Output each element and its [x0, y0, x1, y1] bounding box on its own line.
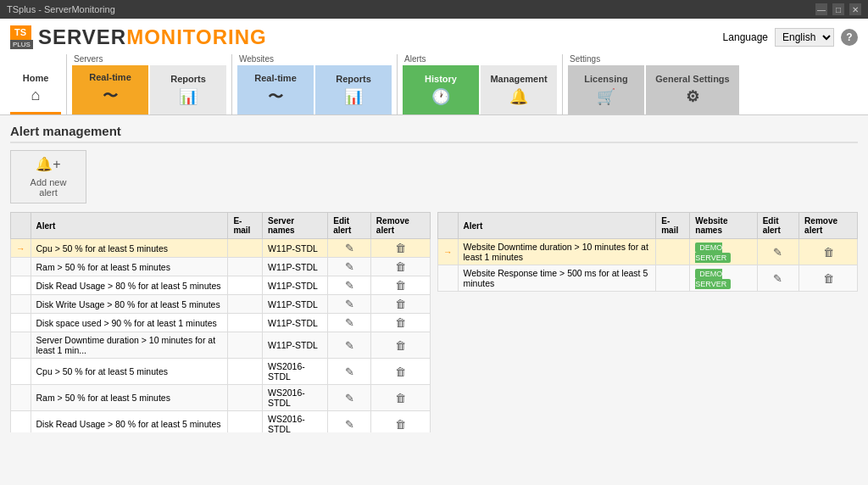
edit-icon[interactable]: ✎	[773, 272, 782, 285]
edit-cell[interactable]: ✎	[328, 332, 371, 359]
remove-cell[interactable]: 🗑	[370, 411, 430, 433]
nav-alerts-label: Alerts	[403, 54, 557, 64]
title-bar-controls: — □ ✕	[815, 3, 861, 15]
nav-sep-4	[562, 54, 563, 114]
trash-icon[interactable]: 🗑	[823, 272, 834, 285]
trash-icon[interactable]: 🗑	[823, 246, 834, 259]
nav-home[interactable]: Home ⌂	[10, 65, 61, 114]
trash-icon[interactable]: 🗑	[395, 279, 406, 292]
remove-cell[interactable]: 🗑	[370, 239, 430, 258]
website-alerts-table: Alert E-mail Website names Edit alert Re…	[437, 212, 858, 292]
logo-text: SERVERMONITORING	[38, 25, 267, 49]
trash-icon[interactable]: 🗑	[395, 242, 406, 254]
edit-cell[interactable]: ✎	[328, 295, 371, 314]
header-top: TS PLUS SERVERMONITORING Language Englis…	[10, 25, 858, 49]
nav-websites-group: Websites Real-time 〜 Reports 📊	[237, 54, 392, 114]
edit-icon[interactable]: ✎	[345, 392, 354, 404]
alert-text: Cpu > 50 % for at least 5 minutes	[31, 239, 228, 258]
servers-reports-label: Reports	[170, 74, 206, 84]
row-arrow	[11, 411, 31, 433]
col-alert-website: Alert	[458, 213, 656, 239]
edit-icon[interactable]: ✎	[345, 298, 354, 310]
trash-icon[interactable]: 🗑	[395, 418, 406, 431]
remove-cell[interactable]: 🗑	[370, 314, 430, 332]
remove-cell[interactable]: 🗑	[799, 265, 858, 292]
alert-text: Disk space used > 90 % for at least 1 mi…	[31, 314, 228, 332]
remove-cell[interactable]: 🗑	[370, 385, 430, 411]
minimize-button[interactable]: —	[815, 3, 827, 15]
edit-icon[interactable]: ✎	[345, 418, 354, 431]
edit-icon[interactable]: ✎	[773, 246, 782, 259]
edit-cell[interactable]: ✎	[328, 314, 371, 332]
logo-plus: PLUS	[10, 40, 33, 49]
help-button[interactable]: ?	[841, 29, 858, 46]
nav-settings-licensing[interactable]: Licensing 🛒	[568, 65, 644, 114]
nav-servers-realtime[interactable]: Real-time 〜	[72, 65, 148, 114]
row-arrow	[11, 385, 31, 411]
trash-icon[interactable]: 🗑	[395, 316, 406, 329]
nav-settings-label: Settings	[568, 54, 739, 64]
alert-text: Ram > 50 % for at least 5 minutes	[31, 385, 228, 411]
edit-cell[interactable]: ✎	[757, 265, 798, 292]
edit-cell[interactable]: ✎	[757, 239, 798, 265]
col-websitename: Website names	[690, 213, 757, 239]
trash-icon[interactable]: 🗑	[395, 298, 406, 310]
nav-alerts-management[interactable]: Management 🔔	[481, 65, 557, 114]
edit-cell[interactable]: ✎	[328, 258, 371, 276]
edit-cell[interactable]: ✎	[328, 385, 371, 411]
website-name-cell: DEMO SERVER	[690, 239, 757, 265]
edit-icon[interactable]: ✎	[345, 339, 354, 352]
server-alert-row: → Cpu > 50 % for at least 5 minutes W11P…	[11, 239, 431, 258]
trash-icon[interactable]: 🗑	[395, 392, 406, 404]
edit-icon[interactable]: ✎	[345, 316, 354, 329]
trash-icon[interactable]: 🗑	[395, 260, 406, 273]
remove-cell[interactable]: 🗑	[799, 239, 858, 265]
website-alerts-table-wrapper[interactable]: Alert E-mail Website names Edit alert Re…	[437, 212, 858, 292]
nav-websites-realtime[interactable]: Real-time 〜	[237, 65, 314, 114]
add-alert-button[interactable]: 🔔+ Add new alert	[10, 150, 86, 203]
server-name-cell: W11P-STDL	[263, 295, 328, 314]
nav-websites-reports[interactable]: Reports 📊	[315, 65, 392, 114]
server-alerts-table-wrapper[interactable]: Alert E-mail Server names Edit alert Rem…	[10, 212, 431, 432]
close-button[interactable]: ✕	[849, 3, 861, 15]
trash-icon[interactable]: 🗑	[395, 339, 406, 352]
server-name-cell: WS2016-STDL	[263, 359, 328, 385]
edit-icon[interactable]: ✎	[345, 242, 354, 254]
server-alerts-section: Alert E-mail Server names Edit alert Rem…	[10, 212, 431, 485]
nav-settings-general[interactable]: General Settings ⚙	[646, 65, 739, 114]
servers-realtime-icon: 〜	[103, 86, 118, 106]
website-alert-row: Website Response time > 500 ms for at le…	[438, 265, 858, 292]
edit-cell[interactable]: ✎	[328, 359, 371, 385]
edit-icon[interactable]: ✎	[345, 279, 354, 292]
edit-cell[interactable]: ✎	[328, 276, 371, 295]
nav-sep-1	[66, 54, 67, 114]
websites-reports-label: Reports	[336, 74, 371, 84]
remove-cell[interactable]: 🗑	[370, 258, 430, 276]
remove-cell[interactable]: 🗑	[370, 359, 430, 385]
alert-text: Cpu > 50 % for at least 5 minutes	[31, 359, 228, 385]
settings-licensing-label: Licensing	[584, 74, 627, 84]
col-email-server: E-mail	[228, 213, 263, 239]
edit-icon[interactable]: ✎	[345, 365, 354, 378]
server-name-cell: WS2016-STDL	[263, 385, 328, 411]
settings-general-label: General Settings	[655, 74, 729, 84]
logo-ts: TS	[10, 25, 31, 40]
language-label: Language	[723, 31, 768, 43]
language-select[interactable]: English	[775, 28, 834, 47]
nav-servers-reports[interactable]: Reports 📊	[150, 65, 226, 114]
website-alerts-section: Alert E-mail Website names Edit alert Re…	[437, 212, 858, 485]
remove-cell[interactable]: 🗑	[370, 295, 430, 314]
edit-cell[interactable]: ✎	[328, 239, 371, 258]
edit-cell[interactable]: ✎	[328, 411, 371, 433]
maximize-button[interactable]: □	[832, 3, 844, 15]
edit-icon[interactable]: ✎	[345, 260, 354, 273]
nav-settings-group: Settings Licensing 🛒 General Settings ⚙	[568, 54, 739, 114]
trash-icon[interactable]: 🗑	[395, 365, 406, 378]
col-remove-server: Remove alert	[370, 213, 430, 239]
remove-cell[interactable]: 🗑	[370, 276, 430, 295]
nav-alerts-group: Alerts History 🕐 Management 🔔	[403, 54, 557, 114]
alerts-history-icon: 🕐	[431, 87, 450, 106]
remove-cell[interactable]: 🗑	[370, 332, 430, 359]
nav-alerts-history[interactable]: History 🕐	[403, 65, 479, 114]
settings-licensing-icon: 🛒	[597, 87, 615, 106]
